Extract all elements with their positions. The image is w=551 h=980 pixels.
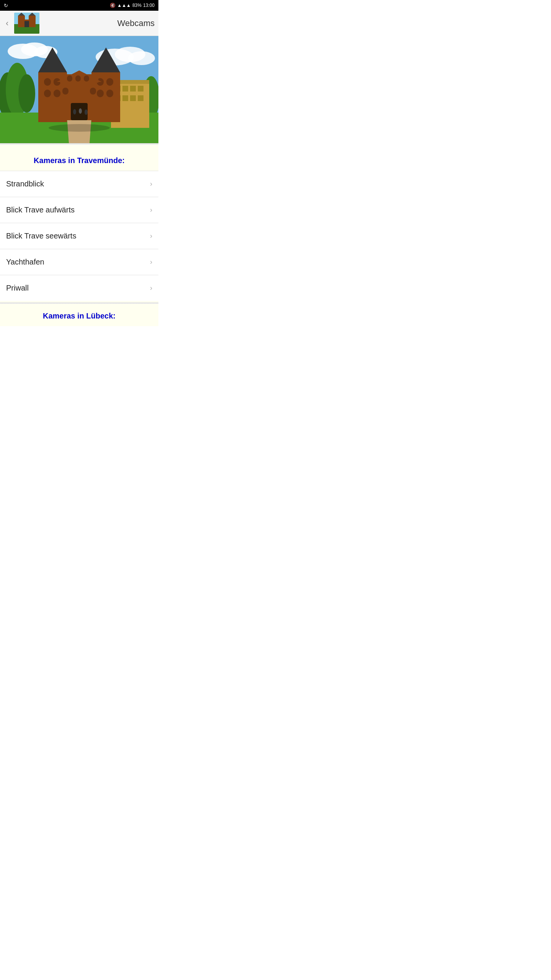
svg-rect-39 bbox=[106, 78, 113, 86]
svg-rect-26 bbox=[138, 86, 143, 91]
chevron-right-icon: › bbox=[150, 232, 152, 240]
svg-rect-29 bbox=[130, 95, 136, 101]
svg-point-52 bbox=[73, 109, 76, 114]
svg-point-14 bbox=[128, 51, 155, 65]
signal-icon: ▲▲▲ bbox=[117, 3, 131, 8]
time-label: 13:00 bbox=[143, 3, 155, 8]
svg-rect-34 bbox=[44, 78, 51, 86]
list-item[interactable]: Blick Trave aufwärts › bbox=[0, 197, 158, 223]
svg-point-55 bbox=[49, 124, 110, 132]
list-item[interactable]: Priwall › bbox=[0, 275, 158, 301]
list-item[interactable]: Blick Trave seewärts › bbox=[0, 223, 158, 249]
svg-rect-36 bbox=[44, 90, 51, 97]
list-item-label: Blick Trave seewärts bbox=[6, 232, 76, 240]
section-title-travemuende: Kameras in Travemünde: bbox=[0, 149, 158, 171]
svg-rect-49 bbox=[84, 75, 89, 82]
svg-point-17 bbox=[18, 74, 35, 113]
svg-rect-47 bbox=[67, 75, 72, 82]
mute-icon: 🔇 bbox=[110, 3, 116, 8]
svg-rect-7 bbox=[24, 21, 29, 27]
svg-rect-25 bbox=[130, 86, 136, 91]
svg-point-53 bbox=[79, 108, 82, 114]
list-item[interactable]: Strandblick › bbox=[0, 171, 158, 197]
status-bar: ↻ 🔇 ▲▲▲ 83% 13:00 bbox=[0, 0, 158, 11]
back-button[interactable]: ‹ bbox=[4, 16, 10, 30]
svg-rect-37 bbox=[54, 90, 60, 97]
svg-rect-41 bbox=[106, 90, 113, 97]
battery-label: 83% bbox=[132, 3, 142, 8]
chevron-right-icon: › bbox=[150, 206, 152, 214]
header-thumbnail bbox=[14, 13, 39, 34]
svg-point-54 bbox=[85, 109, 88, 115]
svg-rect-28 bbox=[122, 95, 128, 101]
main-image bbox=[0, 36, 158, 143]
svg-rect-44 bbox=[90, 88, 96, 95]
refresh-icon: ↻ bbox=[4, 3, 8, 8]
page-title: Webcams bbox=[117, 18, 155, 28]
content-area: Kameras in Travemünde: Strandblick › Bli… bbox=[0, 145, 158, 326]
section-title-lubeck: Kameras in Lübeck: bbox=[0, 304, 158, 326]
chevron-right-icon: › bbox=[150, 284, 152, 292]
list-item-label: Priwall bbox=[6, 284, 29, 292]
svg-rect-48 bbox=[75, 75, 81, 82]
app-header: ‹ Webcams bbox=[0, 11, 158, 36]
list-item-label: Strandblick bbox=[6, 180, 44, 188]
svg-rect-30 bbox=[138, 95, 143, 101]
list-item-label: Blick Trave aufwärts bbox=[6, 206, 75, 214]
svg-rect-24 bbox=[122, 86, 128, 91]
svg-rect-40 bbox=[97, 90, 104, 97]
list-item-label: Yachthafen bbox=[6, 258, 44, 266]
chevron-right-icon: › bbox=[150, 180, 152, 188]
svg-rect-43 bbox=[62, 88, 68, 95]
chevron-right-icon: › bbox=[150, 258, 152, 266]
list-item[interactable]: Yachthafen › bbox=[0, 249, 158, 275]
